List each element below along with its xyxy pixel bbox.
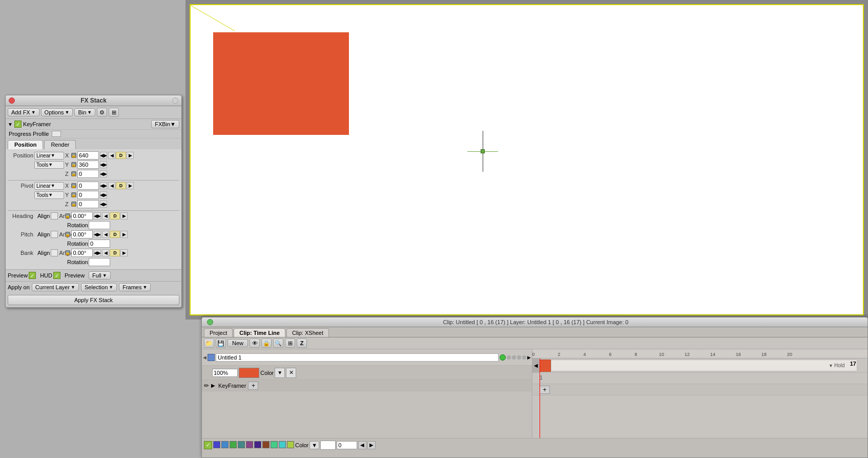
chip-purple[interactable] — [246, 441, 253, 448]
active-check[interactable]: ✓ — [204, 441, 212, 449]
apply-fx-stack-button[interactable]: Apply FX Stack — [8, 295, 179, 305]
save-icon[interactable]: 💾 — [216, 338, 226, 348]
tab-project[interactable]: Project — [204, 328, 233, 337]
playhead[interactable] — [540, 359, 540, 438]
pivot-z-arrow[interactable]: ◀▶ — [100, 201, 107, 208]
color-swatch[interactable] — [320, 441, 336, 450]
fxbin-button[interactable]: FXBin▼ — [151, 120, 179, 128]
heading-rotation-input[interactable] — [89, 221, 110, 229]
orange-rectangle[interactable] — [213, 32, 349, 135]
heading-prev[interactable]: ◀ — [102, 212, 109, 220]
preview-check[interactable]: ✓ — [29, 272, 36, 279]
fx-expand-icon[interactable]: ▶ — [211, 383, 216, 388]
heading-angle-lock[interactable]: 🔒 — [65, 213, 70, 218]
hud-check[interactable]: ✓ — [53, 272, 60, 279]
bank-angle-arrow[interactable]: ◀▶ — [94, 249, 101, 256]
chip-brown[interactable] — [262, 441, 270, 448]
pitch-next[interactable]: ▶ — [120, 231, 128, 238]
chip-lblue[interactable] — [221, 441, 229, 448]
pivot-prev-key[interactable]: ◀ — [108, 182, 115, 189]
expand-icon[interactable]: ⊞ — [109, 108, 119, 117]
heading-angle-arrow[interactable]: ◀▶ — [94, 212, 101, 220]
heading-next[interactable]: ▶ — [120, 212, 128, 220]
layer-dot2[interactable] — [512, 355, 516, 360]
options-button[interactable]: Options ▼ — [41, 108, 73, 116]
folder-icon[interactable]: 📁 — [204, 338, 214, 348]
next-key[interactable]: ▶ — [127, 152, 134, 159]
add-fx-button[interactable]: Add FX ▼ — [8, 108, 39, 116]
layer-name-input[interactable] — [216, 353, 499, 362]
bank-prev[interactable]: ◀ — [102, 249, 109, 256]
frame-prev[interactable]: ◀ — [358, 441, 366, 449]
position-x-input[interactable] — [77, 151, 99, 160]
chip-teal[interactable] — [238, 441, 245, 448]
new-button[interactable]: New — [228, 339, 248, 347]
pivot-x-lock[interactable]: 🔒 — [71, 183, 76, 188]
pitch-rotation-input[interactable] — [89, 240, 110, 248]
grid-icon[interactable]: ⊞ — [285, 338, 295, 348]
chip-green[interactable] — [230, 441, 237, 448]
chip-blue[interactable] — [213, 441, 220, 448]
heading-d[interactable]: D — [110, 212, 120, 220]
close-button[interactable] — [9, 97, 15, 104]
frame-indicator[interactable] — [540, 360, 551, 372]
position-z-lock[interactable]: 🔒 — [71, 171, 76, 176]
timeline-drag-handle[interactable]: ◀ — [532, 359, 540, 372]
bin-button[interactable]: Bin ▼ — [74, 108, 95, 116]
pivot-next-key[interactable]: ▶ — [127, 182, 134, 189]
search-icon[interactable]: 🔍 — [273, 338, 283, 348]
layer-dot4[interactable] — [522, 355, 526, 360]
pitch-prev[interactable]: ◀ — [102, 231, 109, 238]
chip-teal2[interactable] — [279, 441, 286, 448]
heading-angle-input[interactable] — [71, 212, 93, 220]
lock-icon[interactable]: 🔒 — [261, 338, 272, 348]
pivot-tools-dropdown[interactable]: Tools ▼ — [34, 191, 64, 199]
frame-number-input[interactable] — [337, 441, 357, 449]
d-button[interactable]: D — [116, 152, 126, 159]
position-x-arrow[interactable]: ◀▶ — [100, 152, 107, 159]
position-tools-dropdown[interactable]: Tools ▼ — [34, 161, 64, 169]
position-z-arrow[interactable]: ◀▶ — [100, 170, 107, 177]
tab-render[interactable]: Render — [44, 140, 76, 149]
pitch-angle-lock[interactable]: 🔒 — [65, 232, 70, 237]
pencil-icon[interactable]: ✏ — [204, 382, 209, 389]
frame-next[interactable]: ▶ — [367, 441, 376, 449]
bank-next[interactable]: ▶ — [120, 249, 128, 256]
layer-collapse-icon[interactable]: ◀ — [203, 355, 206, 360]
prev-key[interactable]: ◀ — [108, 152, 115, 159]
bank-rotation-input[interactable] — [89, 258, 110, 266]
position-y-arrow[interactable]: ◀▶ — [100, 161, 107, 168]
pivot-linear-dropdown[interactable]: Linear ▼ — [34, 182, 64, 190]
frames-dropdown[interactable]: Frames ▼ — [119, 283, 151, 291]
color-mode-dropdown[interactable]: ▼ — [309, 441, 319, 449]
selection-dropdown[interactable]: Selection ▼ — [81, 283, 117, 291]
chip-lgreen[interactable] — [271, 441, 278, 448]
tab-clip-xsheet[interactable]: Clip: XSheet — [286, 328, 329, 337]
pivot-z-lock[interactable]: 🔒 — [71, 202, 76, 207]
position-y-lock[interactable]: 🔒 — [71, 162, 76, 167]
frame-range-bar[interactable] — [551, 360, 857, 371]
tab-position[interactable]: Position — [8, 140, 43, 149]
pitch-angle-input[interactable] — [71, 230, 93, 238]
clear-icon[interactable]: ✕ — [286, 368, 296, 378]
bank-align-checkbox[interactable] — [51, 249, 58, 256]
pivot-d-button[interactable]: D — [116, 182, 126, 189]
pivot-x-arrow[interactable]: ◀▶ — [100, 182, 107, 189]
color-arrow-icon[interactable]: ▼ — [275, 368, 285, 378]
tab-clip-timeline[interactable]: Clip: Time Line — [234, 328, 285, 337]
position-y-input[interactable] — [77, 161, 99, 169]
preview-full-dropdown[interactable]: Full ▼ — [89, 271, 111, 280]
position-x-lock[interactable]: 🔒 — [71, 153, 76, 158]
pivot-z-input[interactable] — [77, 200, 99, 208]
pitch-d[interactable]: D — [110, 231, 120, 238]
timeline-zoom[interactable] — [207, 319, 213, 325]
add-keyframe-frames-btn[interactable]: + — [540, 386, 550, 394]
chip-dpurple[interactable] — [254, 441, 261, 448]
current-layer-dropdown[interactable]: Current Layer ▼ — [32, 283, 79, 291]
expand-icon[interactable]: ▼ — [8, 122, 13, 127]
layer-dot1[interactable] — [507, 355, 511, 360]
fx-enabled-checkbox[interactable]: ✓ — [14, 121, 22, 128]
layer-color-preview[interactable] — [239, 368, 259, 378]
bank-angle-lock[interactable]: 🔒 — [65, 250, 70, 255]
progress-profile-box[interactable] — [52, 131, 61, 137]
